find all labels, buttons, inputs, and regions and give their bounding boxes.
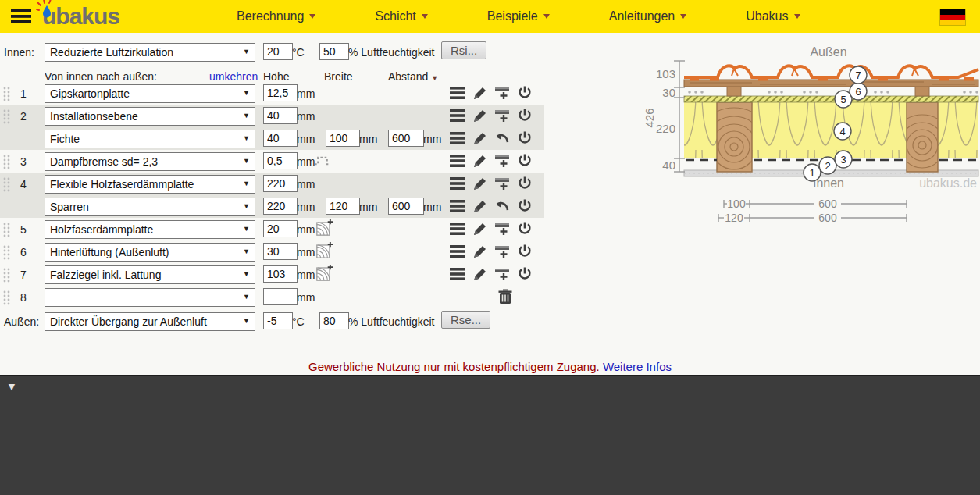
nav-beispiele[interactable]: Beispiele [487, 9, 550, 23]
edit-layer-icon[interactable] [472, 244, 487, 258]
width-input[interactable] [326, 130, 360, 147]
drag-handle[interactable] [3, 245, 10, 263]
sarking-board-layer [684, 96, 978, 102]
insert-layer-icon[interactable] [494, 176, 510, 191]
insert-layer-icon[interactable] [494, 108, 510, 123]
material-select[interactable]: Gipskartonplatte▼ [45, 84, 255, 103]
material-select[interactable]: Flexible Holzfaserdämmplatte▼ [45, 175, 255, 194]
add-grain-texture-icon[interactable] [316, 242, 333, 262]
outer-condition-select[interactable]: Direkter Übergang zur Außenluft▼ [45, 312, 255, 331]
rsi-button[interactable]: Rsi... [441, 41, 486, 59]
diagram-outside-label: Außen [810, 45, 846, 59]
marker-2: 2 [825, 160, 830, 172]
thickness-input[interactable] [263, 288, 298, 305]
layer-menu-icon[interactable] [450, 222, 465, 236]
toggle-layer-icon[interactable] [517, 153, 533, 168]
layer-menu-icon[interactable] [450, 244, 465, 258]
nav-anleitungen[interactable]: Anleitungen [609, 9, 687, 23]
material-select[interactable]: Dampfbremse sd= 2,3▼ [45, 152, 255, 171]
layer-menu-icon[interactable] [450, 199, 465, 213]
thickness-input[interactable] [263, 152, 298, 169]
add-grain-texture-icon[interactable] [316, 265, 333, 284]
toggle-layer-icon[interactable] [517, 108, 533, 123]
inner-humidity-input[interactable] [319, 43, 349, 60]
toggle-layer-icon[interactable] [517, 176, 533, 191]
add-grain-texture-icon[interactable] [316, 219, 333, 239]
material-select[interactable]: Holzfaserdämmplatte▼ [45, 220, 255, 239]
collapse-panel-icon[interactable]: ▼ [6, 380, 17, 393]
reverse-link[interactable]: umkehren [209, 70, 258, 83]
membrane-over-rafter-icon[interactable] [314, 153, 331, 170]
spacing-input[interactable] [388, 130, 424, 147]
insert-layer-icon[interactable] [494, 221, 510, 236]
dim-40: 40 [662, 158, 675, 172]
dim-103: 103 [656, 67, 675, 80]
nav-schicht[interactable]: Schicht [375, 9, 427, 23]
material-select[interactable]: Fichte▼ [45, 130, 255, 148]
layer-menu-icon[interactable] [450, 154, 465, 168]
logo-drop-icon [36, 0, 56, 30]
layer-menu-icon[interactable] [450, 267, 465, 281]
thickness-input[interactable] [263, 107, 298, 124]
insert-layer-icon[interactable] [494, 244, 510, 258]
edit-layer-icon[interactable] [472, 221, 487, 236]
edit-layer-icon[interactable] [472, 176, 487, 191]
layer-menu-icon[interactable] [450, 86, 465, 100]
edit-layer-icon[interactable] [472, 130, 487, 145]
edit-layer-icon[interactable] [472, 85, 487, 100]
german-flag-language-switch[interactable] [939, 9, 966, 26]
insert-layer-icon[interactable] [494, 266, 510, 281]
thickness-input[interactable] [263, 130, 298, 147]
delete-layer-icon[interactable] [497, 289, 513, 304]
inner-temperature-input[interactable] [263, 43, 293, 60]
thickness-input[interactable] [263, 84, 298, 101]
outer-temperature-input[interactable] [263, 312, 293, 329]
edit-layer-icon[interactable] [472, 198, 487, 213]
edit-layer-icon[interactable] [472, 153, 487, 168]
edit-layer-icon[interactable] [472, 108, 487, 123]
edit-layer-icon[interactable] [472, 266, 487, 281]
drag-handle[interactable] [3, 223, 10, 240]
toggle-layer-icon[interactable] [517, 266, 533, 281]
spacing-input[interactable] [388, 198, 424, 215]
toggle-layer-icon[interactable] [517, 130, 533, 145]
layer-menu-icon[interactable] [450, 131, 465, 145]
ubakus-logo[interactable]: ubakus [42, 0, 119, 33]
nav-berechnung[interactable]: Berechnung [237, 9, 315, 23]
toggle-layer-icon[interactable] [517, 85, 533, 100]
thickness-input[interactable] [263, 220, 298, 237]
select-arrow-icon: ▼ [243, 248, 250, 255]
thickness-input[interactable] [263, 265, 298, 283]
drag-handle[interactable] [3, 290, 10, 308]
drag-handle[interactable] [3, 155, 10, 173]
insert-layer-icon[interactable] [494, 85, 510, 100]
toggle-layer-icon[interactable] [517, 221, 533, 236]
layer-menu-icon[interactable] [450, 176, 465, 191]
drag-handle[interactable] [3, 87, 10, 105]
width-input[interactable] [326, 198, 360, 215]
toggle-layer-icon[interactable] [517, 244, 533, 258]
material-select[interactable]: ▼ [45, 288, 255, 307]
layer-menu-icon[interactable] [450, 109, 465, 123]
insert-layer-icon[interactable] [494, 153, 510, 168]
thickness-input[interactable] [263, 243, 298, 260]
thickness-input[interactable] [263, 175, 298, 192]
thickness-input[interactable] [263, 198, 298, 215]
material-select[interactable]: Falzziegel inkl. Lattung▼ [45, 265, 255, 284]
rse-button[interactable]: Rse... [441, 311, 490, 329]
nav-ubakus[interactable]: Ubakus [746, 9, 800, 23]
inner-condition-select[interactable]: Reduzierte Luftzirkulation▼ [45, 43, 255, 62]
toggle-layer-icon[interactable] [517, 198, 533, 213]
rotate-insert-icon[interactable] [494, 130, 510, 145]
material-select[interactable]: Installationsebene▼ [45, 107, 255, 126]
spacing-column-header[interactable]: Abstand ▼ [388, 70, 438, 83]
drag-handle[interactable] [3, 177, 10, 195]
drag-handle[interactable] [3, 268, 10, 286]
outer-humidity-input[interactable] [319, 312, 349, 329]
hamburger-menu-icon[interactable] [11, 9, 31, 24]
drag-handle[interactable] [3, 109, 10, 127]
material-select[interactable]: Sparren▼ [45, 198, 255, 216]
rotate-insert-icon[interactable] [494, 198, 510, 213]
material-select[interactable]: Hinterlüftung (Außenluft)▼ [45, 243, 255, 262]
more-info-link[interactable]: Weitere Infos [603, 360, 672, 373]
